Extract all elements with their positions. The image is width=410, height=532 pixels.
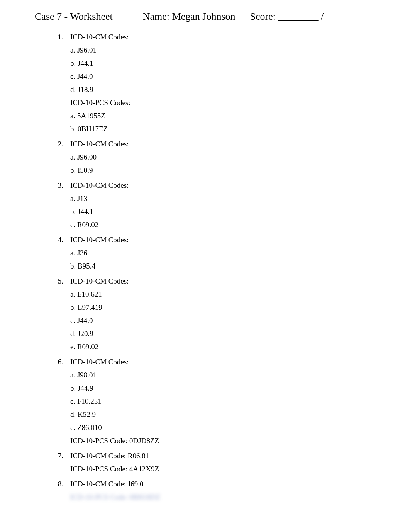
code-line: c. R09.02 [70,221,375,229]
code-line-inline: ICD-10-CM Code: J69.0 [70,480,375,488]
question-number: 1. [53,31,70,41]
code-line: b. L97.419 [70,303,375,312]
code-line: a. J36 [70,249,375,257]
question-content: ICD-10-CM Codes:a. E10.621b. L97.419c. J… [70,275,375,356]
header-title: Case 7 - Worksheet [35,11,113,22]
question-content: ICD-10-CM Codes:a. J36b. B95.4 [70,234,375,275]
questions-list: 1.ICD-10-CM Codes:a. J96.01b. J44.1c. J4… [35,31,375,506]
name-label: Name: [143,11,169,22]
question-content: ICD-10-CM Codes:a. J98.01b. J44.9c. F10.… [70,356,375,450]
worksheet-page: Case 7 - Worksheet Name: Megan Johnson S… [0,0,410,532]
code-line: a. J96.01 [70,46,375,54]
question-content: ICD-10-CM Codes:a. J13b. J44.1c. R09.02 [70,179,375,234]
code-line: d. J18.9 [70,85,375,94]
code-group-heading: ICD-10-CM Codes: [70,277,375,286]
question-number: 2. [53,138,70,148]
question-item: 6.ICD-10-CM Codes:a. J98.01b. J44.9c. F1… [53,356,375,450]
score-blank: ________ [278,11,318,22]
code-line: b. I50.9 [70,166,375,175]
code-line: e. R09.02 [70,343,375,351]
question-number: 3. [53,179,70,190]
code-line: a. J96.00 [70,153,375,161]
code-group-heading: ICD-10-CM Codes: [70,358,375,366]
code-line: a. J98.01 [70,371,375,379]
code-line: e. Z86.010 [70,423,375,432]
question-item: 4.ICD-10-CM Codes:a. J36b. B95.4 [53,234,375,275]
code-line-inline: ICD-10-PCS Code: 4A12X9Z [70,465,375,473]
question-item: 8.ICD-10-CM Code: J69.0ICD-10-PCS Code: … [53,478,375,506]
code-line: b. 0BH17EZ [70,125,375,133]
code-line: b. J44.1 [70,207,375,216]
code-group-heading: ICD-10-CM Codes: [70,33,375,41]
question-content: ICD-10-CM Code: R06.81ICD-10-PCS Code: 4… [70,450,375,478]
question-item: 1.ICD-10-CM Codes:a. J96.01b. J44.1c. J4… [53,31,375,138]
header-name: Name: Megan Johnson [143,11,235,22]
question-number: 5. [53,275,70,286]
question-item: 7.ICD-10-CM Code: R06.81ICD-10-PCS Code:… [53,450,375,478]
header-row: Case 7 - Worksheet Name: Megan Johnson S… [35,11,375,22]
question-item: 2.ICD-10-CM Codes:a. J96.00b. I50.9 [53,138,375,179]
question-number: 8. [53,478,70,488]
code-line: a. E10.621 [70,290,375,299]
question-number: 7. [53,450,70,460]
code-line: d. J20.9 [70,330,375,338]
code-line: b. J44.1 [70,59,375,68]
question-content: ICD-10-CM Codes:a. J96.01b. J44.1c. J44.… [70,31,375,138]
name-value: Megan Johnson [172,11,235,22]
code-line: b. B95.4 [70,262,375,270]
score-label: Score: [250,11,276,22]
code-group-heading: ICD-10-CM Codes: [70,236,375,244]
question-number: 6. [53,356,70,366]
code-line: c. F10.231 [70,397,375,406]
code-line-inline: ICD-10-PCS Code: 0DJD8ZZ [70,437,375,445]
code-group-heading: ICD-10-CM Codes: [70,140,375,148]
code-line: c. J44.0 [70,72,375,81]
code-line: b. J44.9 [70,384,375,393]
code-line-blurred: ICD-10-PCS Code: 0BH18DZ [70,493,375,501]
question-item: 5.ICD-10-CM Codes:a. E10.621b. L97.419c.… [53,275,375,356]
code-line: c. J44.0 [70,316,375,325]
question-content: ICD-10-CM Code: J69.0ICD-10-PCS Code: 0B… [70,478,375,506]
score-suffix: / [321,11,324,22]
question-content: ICD-10-CM Codes:a. J96.00b. I50.9 [70,138,375,179]
code-line: a. 5A1955Z [70,112,375,120]
code-group-heading: ICD-10-PCS Codes: [70,99,375,107]
code-line-inline: ICD-10-CM Code: R06.81 [70,452,375,460]
code-group-heading: ICD-10-CM Codes: [70,181,375,190]
header-score: Score: ________ / [250,11,324,22]
code-line: a. J13 [70,194,375,203]
code-line: d. K52.9 [70,410,375,419]
question-item: 3.ICD-10-CM Codes:a. J13b. J44.1c. R09.0… [53,179,375,234]
question-number: 4. [53,234,70,244]
